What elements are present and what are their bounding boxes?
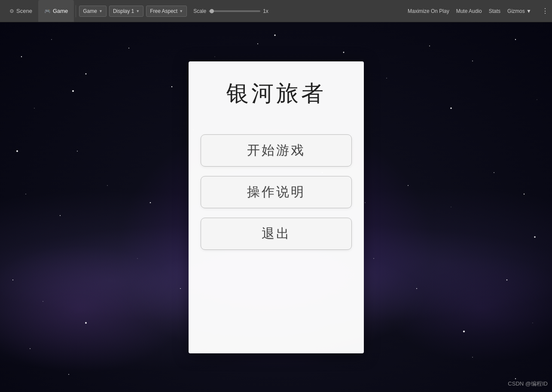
aspect-dropdown-label: Free Aspect [150, 8, 177, 14]
game-dropdown-arrow: ▼ [99, 9, 103, 13]
scene-tab-label: Scene [16, 8, 32, 14]
svg-point-19 [150, 202, 151, 204]
svg-point-30 [68, 374, 69, 375]
svg-point-16 [25, 194, 26, 194]
svg-point-42 [450, 107, 452, 109]
svg-point-25 [12, 280, 13, 280]
toolbar-separator [76, 5, 76, 17]
svg-point-1 [51, 39, 52, 40]
scene-tab[interactable]: ⚙ Scene [3, 0, 38, 22]
svg-point-47 [534, 236, 536, 238]
start-game-button[interactable]: 开始游戏 [201, 134, 352, 167]
svg-point-24 [365, 202, 366, 203]
svg-point-20 [494, 172, 494, 173]
toolbar: ⚙ Scene 🎮 Game Game ▼ Display 1 ▼ Free A… [0, 0, 552, 22]
svg-point-14 [515, 39, 516, 40]
svg-point-23 [408, 185, 409, 186]
svg-point-29 [30, 348, 30, 349]
game-dropdown[interactable]: Game ▼ [79, 6, 107, 17]
scale-value: 1x [263, 8, 268, 14]
game-dropdown-label: Game [83, 8, 97, 14]
game-title: 银河旅者 [226, 79, 326, 109]
svg-point-46 [16, 150, 18, 152]
game-tab[interactable]: 🎮 Game [38, 0, 74, 22]
svg-point-21 [524, 194, 525, 194]
svg-point-5 [77, 151, 78, 152]
display-dropdown-label: Display 1 [113, 8, 134, 14]
display-dropdown-arrow: ▼ [136, 9, 140, 13]
watermark-text: CSDN @编程ID [508, 380, 548, 387]
svg-point-39 [373, 258, 374, 259]
game-icon: 🎮 [44, 8, 51, 14]
svg-point-26 [43, 301, 43, 301]
svg-point-18 [107, 185, 107, 185]
svg-point-7 [214, 56, 215, 57]
svg-point-28 [532, 322, 533, 323]
instructions-button[interactable]: 操作说明 [201, 176, 352, 208]
svg-point-43 [85, 322, 87, 324]
svg-point-13 [472, 61, 473, 61]
svg-point-6 [171, 86, 173, 88]
mute-button[interactable]: Mute Audio [456, 8, 482, 14]
more-button[interactable]: ⋮ [542, 7, 549, 15]
aspect-dropdown-arrow: ▼ [179, 9, 183, 13]
game-viewport: CSDN @编程ID 银河旅者 开始游戏 操作说明 退出 [0, 22, 552, 392]
display-dropdown[interactable]: Display 1 ▼ [109, 6, 143, 17]
scale-slider[interactable] [209, 10, 260, 12]
menu-panel: 银河旅者 开始游戏 操作说明 退出 [189, 61, 364, 353]
svg-point-2 [85, 73, 87, 75]
svg-point-40 [416, 288, 417, 289]
scale-area: Scale 1x [193, 8, 268, 14]
svg-point-37 [137, 258, 137, 258]
svg-point-15 [537, 99, 537, 100]
svg-point-22 [451, 207, 451, 207]
svg-point-45 [274, 34, 275, 36]
svg-point-41 [72, 90, 74, 92]
svg-point-32 [515, 378, 516, 379]
stats-button[interactable]: Stats [489, 8, 500, 14]
svg-point-4 [128, 48, 129, 49]
watermark: CSDN @编程ID [508, 380, 548, 388]
svg-point-10 [343, 52, 345, 53]
svg-point-8 [257, 43, 258, 44]
toolbar-right: Maximize On Play Mute Audio Stats Gizmos… [408, 7, 549, 15]
gizmos-arrow: ▼ [526, 8, 531, 14]
svg-point-12 [429, 46, 430, 46]
gizmos-button[interactable]: Gizmos ▼ [507, 8, 531, 14]
maximize-button[interactable]: Maximize On Play [408, 8, 449, 14]
scene-icon: ⚙ [9, 8, 14, 14]
svg-point-31 [472, 357, 473, 358]
svg-point-17 [60, 215, 61, 216]
gizmos-label: Gizmos [507, 8, 525, 14]
svg-point-3 [34, 108, 34, 108]
game-tab-label: Game [53, 8, 68, 14]
scale-label: Scale [193, 8, 206, 14]
svg-point-27 [506, 280, 508, 281]
svg-point-0 [21, 56, 22, 57]
svg-point-44 [463, 331, 465, 332]
scale-thumb [210, 9, 214, 13]
aspect-dropdown[interactable]: Free Aspect ▼ [146, 6, 187, 17]
svg-point-38 [180, 288, 181, 289]
svg-point-11 [386, 78, 387, 78]
quit-button[interactable]: 退出 [201, 218, 352, 250]
